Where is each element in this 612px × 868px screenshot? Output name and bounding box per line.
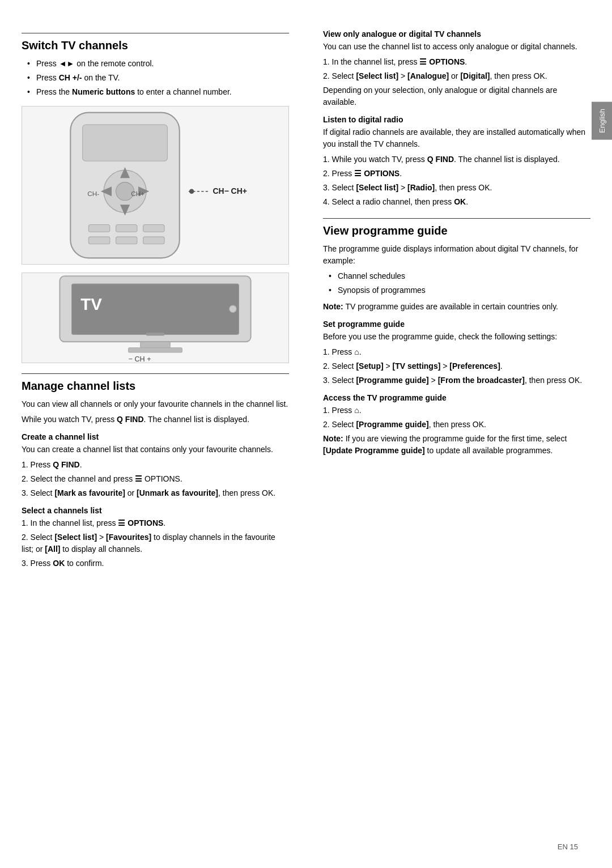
ok-label: OK (454, 197, 466, 206)
svg-rect-15 (143, 225, 164, 232)
svg-text:CH+: CH+ (131, 190, 144, 197)
bullet-item: Press CH +/- on the TV. (27, 72, 289, 84)
programme-guide-menu-label: [Programme guide] (356, 420, 428, 429)
svg-text:CH-: CH- (87, 190, 99, 197)
page-footer: EN 15 (558, 843, 578, 851)
tv-svg: TV − CH + (22, 273, 288, 363)
view-analogue-intro: You can use the channel list to access o… (323, 41, 590, 53)
svg-text:CH−  CH+: CH− CH+ (213, 186, 247, 195)
view-programme-intro: The programme guide displays information… (323, 243, 590, 267)
create-channel-intro: You can create a channel list that conta… (22, 444, 289, 456)
svg-point-26 (230, 305, 237, 313)
set-step3: 3. Select [Programme guide] > [From the … (323, 375, 590, 386)
create-step2: 2. Select the channel and press ☰ OPTION… (22, 473, 289, 485)
select-list-label: [Select list] (54, 533, 97, 542)
radio-label: [Radio] (407, 183, 435, 192)
button-label: Numeric buttons (72, 87, 135, 96)
preferences-label: [Preferences] (449, 361, 500, 371)
view-programme-title: View programme guide (323, 224, 590, 237)
note-label: Note: (323, 302, 343, 311)
left-column: Switch TV channels Press ◄► on the remot… (22, 23, 295, 845)
main-columns: Switch TV channels Press ◄► on the remot… (10, 23, 602, 845)
create-channel-list-title: Create a channel list (22, 432, 289, 441)
bullet-channel-schedules: Channel schedules (329, 270, 590, 282)
manage-channels-intro: You can view all channels or only your f… (22, 398, 289, 410)
select-step2: 2. Select [Select list] > [Favourites] t… (22, 531, 289, 555)
note-label: Note: (323, 434, 343, 443)
select-step3: 3. Press OK to confirm. (22, 558, 289, 569)
programme-guide-label: [Programme guide] (356, 376, 428, 385)
set-step1: 1. Press ⌂. (323, 346, 590, 358)
switch-tv-bullets: Press ◄► on the remote control. Press CH… (22, 58, 289, 98)
watch-tv-text: While you watch TV, press Q FIND. The ch… (22, 414, 289, 426)
unmark-favourite-label: [Unmark as favourite] (137, 488, 218, 497)
options-label: ☰ OPTIONS (118, 518, 163, 527)
svg-rect-22 (141, 342, 171, 348)
svg-rect-13 (88, 225, 109, 232)
radio-step2: 2. Press ☰ OPTIONS. (323, 168, 590, 180)
svg-point-12 (189, 189, 194, 194)
all-label: [All] (45, 544, 60, 554)
bullet-item: Press ◄► on the remote control. (27, 58, 289, 70)
divider-switch-tv (22, 33, 289, 33)
options-label: ☰ OPTIONS (354, 169, 400, 178)
create-step3: 3. Select [Mark as favourite] or [Unmark… (22, 487, 289, 499)
analogue-label: [Analogue] (407, 71, 449, 80)
select-channels-list-title: Select a channels list (22, 506, 289, 515)
options-icon: ☰ (135, 474, 142, 483)
switch-tv-title: Switch TV channels (22, 39, 289, 52)
access-programme-title: Access the TV programme guide (323, 393, 590, 402)
svg-rect-1 (83, 125, 168, 161)
digital-label: [Digital] (460, 71, 490, 80)
footer-text: EN 15 (558, 843, 578, 851)
home-icon: ⌂ (354, 347, 359, 356)
programme-note: Note: TV programme guides are available … (323, 301, 590, 313)
set-programme-intro: Before you use the programme guide, chec… (323, 331, 590, 343)
svg-rect-23 (129, 348, 182, 352)
radio-step3: 3. Select [Select list] > [Radio], then … (323, 182, 590, 194)
ok-label: OK (53, 559, 65, 568)
remote-svg: CH- CH+ CH− CH+ (22, 107, 288, 264)
listen-radio-intro: If digital radio channels are available,… (323, 126, 590, 150)
bullet-item: Press the Numeric buttons to enter a cha… (27, 86, 289, 98)
set-programme-title: Set programme guide (323, 320, 590, 329)
mark-favourite-label: [Mark as favourite] (54, 488, 125, 497)
update-guide-label: [Update Programme guide] (323, 446, 425, 455)
listen-radio-title: Listen to digital radio (323, 115, 590, 124)
divider-programme-guide (323, 218, 590, 219)
find-label: Q FIND (427, 155, 454, 164)
svg-text:TV: TV (80, 295, 102, 313)
svg-rect-25 (146, 333, 164, 335)
language-tab: English (592, 102, 612, 140)
svg-rect-14 (116, 225, 137, 232)
divider-manage-channels (22, 373, 289, 374)
svg-rect-16 (88, 237, 109, 244)
button-label: CH +/- (59, 73, 82, 82)
setup-label: [Setup] (356, 361, 383, 371)
right-column: View only analogue or digital TV channel… (317, 23, 590, 845)
from-broadcaster-label: [From the broadcaster] (438, 376, 525, 385)
language-label: English (598, 109, 606, 133)
access-note: Note: If you are viewing the programme g… (323, 433, 590, 457)
button-label: ◄► (59, 59, 77, 68)
programme-bullets: Channel schedules Synopsis of programmes (323, 270, 590, 296)
view-analogue-title: View only analogue or digital TV channel… (323, 29, 590, 39)
svg-rect-18 (143, 237, 164, 244)
find-label: Q FIND (53, 460, 79, 469)
find-button-label: Q FIND (117, 415, 143, 424)
analogue-note: Depending on your selection, only analog… (323, 84, 590, 108)
access-step2: 2. Select [Programme guide], then press … (323, 419, 590, 431)
page-container: English Switch TV channels Press ◄► on t… (0, 0, 612, 868)
select-step1: 1. In the channel list, press ☰ OPTIONS. (22, 517, 289, 529)
select-list-label: [Select list] (356, 71, 398, 80)
analogue-step1: 1. In the channel list, press ☰ OPTIONS. (323, 56, 590, 68)
options-label: ☰ OPTIONS (419, 57, 465, 66)
home-icon: ⌂ (354, 406, 359, 415)
create-step1: 1. Press Q FIND. (22, 459, 289, 471)
svg-rect-17 (116, 237, 137, 244)
select-list-label: [Select list] (356, 183, 398, 192)
tv-settings-label: [TV settings] (393, 361, 441, 371)
radio-step1: 1. While you watch TV, press Q FIND. The… (323, 154, 590, 165)
bullet-synopsis: Synopsis of programmes (329, 284, 590, 296)
analogue-step2: 2. Select [Select list] > [Analogue] or … (323, 70, 590, 82)
